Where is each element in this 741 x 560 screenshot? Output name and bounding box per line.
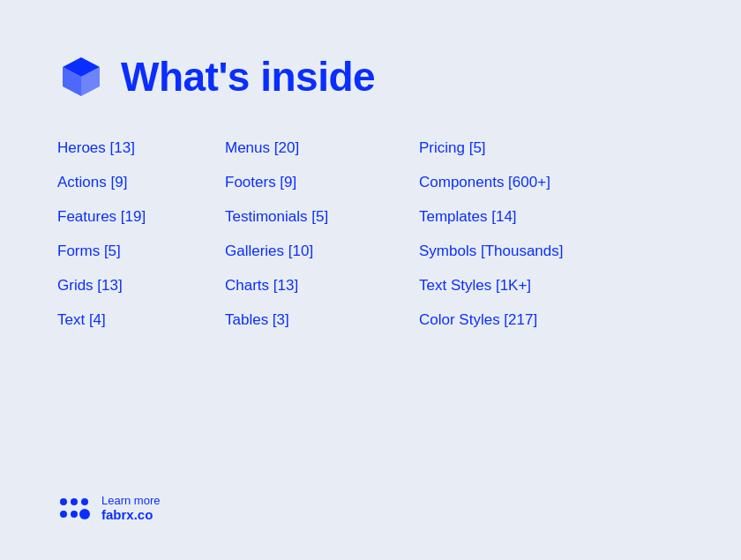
list-item[interactable]: Tables [3] bbox=[225, 312, 419, 327]
content-grid: Heroes [13] Actions [9] Features [19] Fo… bbox=[57, 140, 684, 347]
dots-grid-icon bbox=[57, 491, 91, 525]
list-item[interactable]: Features [19] bbox=[57, 209, 225, 224]
list-item[interactable]: Testimonials [5] bbox=[225, 209, 419, 224]
list-item[interactable]: Pricing [5] bbox=[419, 140, 631, 155]
column-3: Pricing [5] Components [600+] Templates … bbox=[419, 140, 631, 347]
brand-name-label[interactable]: fabrx.co bbox=[101, 507, 160, 522]
header: What's inside bbox=[57, 53, 684, 101]
list-item[interactable]: Text Styles [1K+] bbox=[419, 278, 631, 293]
page-container: What's inside Heroes [13] Actions [9] Fe… bbox=[0, 0, 741, 560]
footer-text: Learn more fabrx.co bbox=[101, 494, 160, 522]
footer: Learn more fabrx.co bbox=[57, 491, 160, 525]
page-title: What's inside bbox=[121, 53, 375, 101]
list-item[interactable]: Templates [14] bbox=[419, 209, 631, 224]
list-item[interactable]: Actions [9] bbox=[57, 175, 225, 190]
list-item[interactable]: Footers [9] bbox=[225, 175, 419, 190]
box-icon bbox=[57, 53, 105, 101]
list-item[interactable]: Charts [13] bbox=[225, 278, 419, 293]
list-item[interactable]: Components [600+] bbox=[419, 175, 631, 190]
list-item[interactable]: Menus [20] bbox=[225, 140, 419, 155]
svg-point-5 bbox=[81, 498, 88, 505]
learn-more-label: Learn more bbox=[101, 494, 160, 507]
svg-point-3 bbox=[60, 498, 67, 505]
list-item[interactable]: Galleries [10] bbox=[225, 243, 419, 258]
list-item[interactable]: Heroes [13] bbox=[57, 140, 225, 155]
svg-point-6 bbox=[60, 511, 67, 518]
list-item[interactable]: Symbols [Thousands] bbox=[419, 243, 631, 258]
svg-point-4 bbox=[71, 498, 78, 505]
list-item[interactable]: Text [4] bbox=[57, 312, 225, 327]
list-item[interactable]: Color Styles [217] bbox=[419, 312, 631, 327]
list-item[interactable]: Forms [5] bbox=[57, 243, 225, 258]
svg-point-8 bbox=[79, 509, 90, 519]
svg-point-7 bbox=[71, 511, 78, 518]
column-1: Heroes [13] Actions [9] Features [19] Fo… bbox=[57, 140, 225, 347]
column-2: Menus [20] Footers [9] Testimonials [5] … bbox=[225, 140, 419, 347]
list-item[interactable]: Grids [13] bbox=[57, 278, 225, 293]
